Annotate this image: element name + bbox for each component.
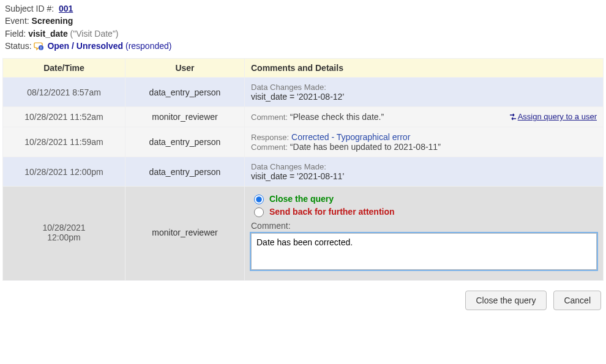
query-header: Subject ID #: 001 Event: Screening Field…	[5, 2, 604, 52]
cell-datetime: 08/12/2021 8:57am	[3, 78, 125, 107]
subject-id-link[interactable]: 001	[59, 4, 73, 13]
option-send-back-label: Send back for further attention	[269, 207, 395, 217]
svg-text:!: !	[40, 46, 42, 50]
field-display: ("Visit Date")	[70, 29, 119, 39]
data-changes-value: visit_date = '2021-08-12'	[251, 92, 597, 102]
table-row-input: 10/28/2021 12:00pm monitor_reviewer Clos…	[3, 187, 604, 281]
assign-query-link[interactable]: Assign query to a user	[509, 112, 597, 121]
cell-datetime: 10/28/2021 12:00pm	[3, 187, 125, 281]
query-status-icon: !	[34, 41, 43, 51]
table-row: 08/12/2021 8:57am data_entry_person Data…	[3, 78, 604, 107]
cell-user: data_entry_person	[125, 127, 245, 157]
col-header-comments: Comments and Details	[245, 59, 604, 78]
comment-textarea[interactable]	[251, 233, 597, 270]
subject-id-label: Subject ID #:	[5, 4, 54, 13]
radio-send-back[interactable]	[254, 207, 264, 217]
comment-text: “Please check this date.”	[290, 112, 384, 122]
comment-input-label: Comment:	[251, 221, 597, 231]
field-label: Field:	[5, 29, 26, 39]
button-bar: Close the query Cancel	[2, 291, 604, 310]
cell-user: data_entry_person	[125, 157, 245, 187]
field-name: visit_date	[28, 29, 68, 39]
data-changes-label: Data Changes Made:	[251, 162, 597, 171]
status-label: Status:	[5, 41, 32, 51]
option-close-query[interactable]: Close the query	[251, 193, 597, 204]
cell-user: data_entry_person	[125, 78, 245, 107]
option-send-back[interactable]: Send back for further attention	[251, 206, 597, 217]
option-close-query-label: Close the query	[269, 194, 334, 204]
response-text: Corrected - Typographical error	[291, 132, 410, 142]
cancel-button[interactable]: Cancel	[553, 291, 601, 310]
event-value: Screening	[32, 16, 73, 26]
table-row: 10/28/2021 12:00pm data_entry_person Dat…	[3, 157, 604, 187]
comment-label: Comment:	[251, 143, 288, 152]
table-row: 10/28/2021 11:52am monitor_reviewer Assi…	[3, 107, 604, 127]
event-label: Event:	[5, 16, 29, 26]
radio-close-query[interactable]	[254, 195, 264, 204]
col-header-datetime: Date/Time	[3, 59, 125, 78]
cell-datetime: 10/28/2021 11:52am	[3, 107, 125, 127]
comment-label: Comment:	[251, 113, 288, 122]
cell-user: monitor_reviewer	[125, 107, 245, 127]
data-changes-value: visit_date = '2021-08-11'	[251, 171, 597, 181]
cell-user: monitor_reviewer	[125, 187, 245, 281]
status-extra: (responded)	[125, 41, 172, 51]
table-row: 10/28/2021 11:59am data_entry_person Res…	[3, 127, 604, 157]
status-value: Open / Unresolved	[47, 41, 123, 51]
response-label: Response:	[251, 133, 289, 142]
data-changes-label: Data Changes Made:	[251, 83, 597, 92]
comment-text: “Date has been updated to 2021-08-11”	[290, 142, 441, 152]
col-header-user: User	[125, 59, 245, 78]
cell-datetime: 10/28/2021 12:00pm	[3, 157, 125, 187]
close-query-button[interactable]: Close the query	[465, 291, 546, 310]
query-log-table: Date/Time User Comments and Details 08/1…	[2, 58, 604, 281]
cell-datetime: 10/28/2021 11:59am	[3, 127, 125, 157]
